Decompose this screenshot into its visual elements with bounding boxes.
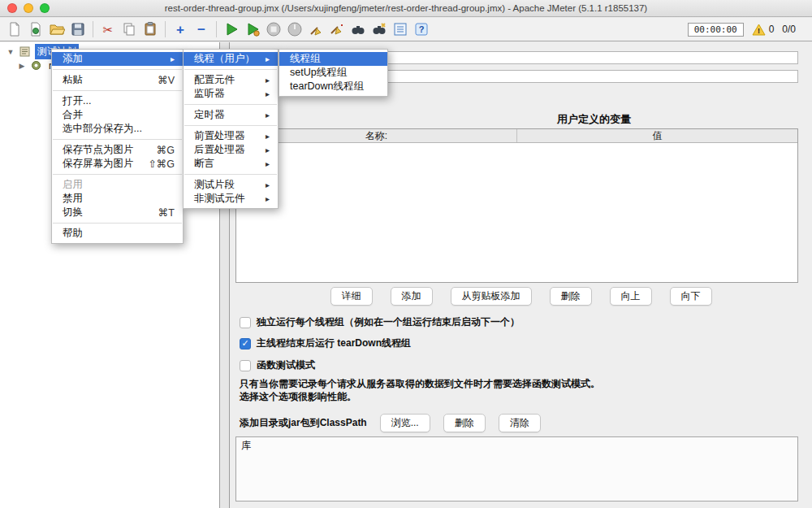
checkbox-label: 函数测试模式	[257, 358, 315, 372]
down-button[interactable]: 向下	[670, 287, 712, 306]
clear-all-icon[interactable]	[327, 20, 347, 39]
svg-text:!: !	[758, 27, 760, 35]
menu-separator	[53, 223, 182, 224]
menu-separator	[184, 174, 277, 175]
menu-item-enable: 启用	[52, 178, 183, 192]
menu-item-merge[interactable]: 合并	[52, 108, 183, 122]
menu-item-listener[interactable]: 监听器 ▸	[184, 87, 278, 101]
toolbar: ✂ + −	[0, 18, 812, 41]
collapsed-triangle-icon[interactable]: ▶	[18, 62, 26, 70]
menu-separator	[184, 125, 277, 126]
menu-separator	[53, 174, 182, 175]
error-count: 0	[769, 24, 775, 35]
menu-item-test-fragment[interactable]: 测试片段 ▸	[184, 178, 278, 192]
classpath-row: 添加目录或jar包到ClassPath 浏览... 删除 清除	[240, 414, 541, 432]
menu-item-save-selection-as[interactable]: 选中部分保存为...	[52, 122, 183, 136]
test-plan-icon	[19, 46, 31, 58]
menu-item-assertion[interactable]: 断言 ▸	[184, 157, 278, 171]
run-groups-consecutively-checkbox[interactable]	[240, 317, 251, 328]
help-icon[interactable]: ?	[412, 20, 431, 39]
shutdown-icon[interactable]	[285, 20, 304, 39]
test-plan-panel: 用户定义的变量 名称: 值 详细 添加 从剪贴板添加 删除 向上 向下 独立运行…	[230, 42, 812, 508]
menu-item-setup-thread-group[interactable]: setUp线程组	[279, 66, 387, 80]
menu-item-preprocessor[interactable]: 前置处理器 ▸	[184, 129, 278, 143]
save-icon[interactable]	[68, 20, 88, 39]
detail-button[interactable]: 详细	[330, 287, 373, 306]
variables-title: 用户定义的变量	[230, 112, 812, 127]
up-button[interactable]: 向上	[610, 287, 652, 306]
start-icon[interactable]	[222, 20, 241, 39]
menu-item-add[interactable]: 添加 ▸	[52, 52, 183, 66]
variables-table-header: 名称: 值	[236, 129, 797, 143]
expanded-triangle-icon[interactable]: ▼	[6, 48, 15, 56]
cut-icon[interactable]: ✂	[98, 20, 118, 39]
menu-item-thread-group[interactable]: 线程组	[279, 52, 387, 66]
menu-item-threads-users[interactable]: 线程（用户） ▸	[184, 52, 278, 66]
templates-icon[interactable]	[26, 20, 45, 39]
start-no-timers-icon[interactable]	[243, 20, 262, 39]
classpath-delete-button[interactable]: 删除	[443, 414, 486, 432]
classpath-label: 添加目录或jar包到ClassPath	[240, 416, 367, 430]
traffic-lights	[7, 3, 50, 13]
menu-item-help[interactable]: 帮助	[52, 227, 183, 241]
copy-icon[interactable]	[119, 20, 139, 39]
submenu-arrow-icon: ▸	[266, 54, 270, 63]
clear-icon[interactable]	[306, 20, 326, 39]
menu-item-save-screen-as-image[interactable]: 保存屏幕为图片 ⇧⌘G	[52, 157, 183, 171]
zoom-button[interactable]	[40, 3, 50, 13]
table-button-row: 详细 添加 从剪贴板添加 删除 向上 向下	[230, 287, 812, 306]
test-timer: 00:00:00	[688, 23, 744, 37]
warning-icon: !	[752, 24, 766, 36]
library-title: 库	[241, 439, 251, 453]
close-button[interactable]	[7, 3, 17, 13]
clear-button[interactable]: 清除	[499, 414, 541, 432]
function-helper-icon[interactable]	[391, 20, 410, 39]
functional-test-mode-checkbox[interactable]	[240, 360, 251, 371]
toolbar-status-cluster: 00:00:00 ! 0 0/0	[688, 23, 807, 37]
toggle-collapse-icon[interactable]: −	[192, 20, 211, 39]
delete-button[interactable]: 删除	[550, 287, 592, 306]
log-errors-indicator[interactable]: ! 0	[752, 24, 775, 36]
submenu-arrow-icon: ▸	[266, 111, 270, 119]
menu-separator	[53, 90, 182, 91]
threads-submenu: 线程组 setUp线程组 tearDown线程组	[279, 49, 388, 97]
menu-separator	[53, 139, 182, 140]
run-groups-consecutively-row: 独立运行每个线程组（例如在一个组运行结束后启动下一个）	[240, 315, 520, 329]
titlebar: rest-order-thread-group.jmx (/Users/xuji…	[0, 0, 812, 17]
browse-button[interactable]: 浏览...	[380, 414, 430, 432]
paste-icon[interactable]	[140, 20, 160, 39]
run-teardown-after-shutdown-checkbox[interactable]	[240, 338, 251, 350]
checkbox-label: 独立运行每个线程组（例如在一个组运行结束后启动下一个）	[257, 315, 520, 329]
window-title: rest-order-thread-group.jmx (/Users/xuji…	[165, 3, 647, 13]
menu-item-toggle[interactable]: 切换 ⌘T	[52, 206, 183, 219]
menu-item-open[interactable]: 打开...	[52, 94, 183, 108]
search-reset-icon[interactable]	[369, 20, 389, 39]
menu-separator	[53, 69, 182, 70]
toolbar-separator	[165, 21, 166, 37]
menu-item-timer[interactable]: 定时器 ▸	[184, 108, 278, 122]
submenu-arrow-icon: ▸	[266, 159, 270, 168]
menu-item-non-test-elements[interactable]: 非测试元件 ▸	[184, 192, 278, 206]
column-header-value: 值	[517, 129, 797, 142]
add-button[interactable]: 添加	[391, 287, 433, 306]
menu-item-config-element[interactable]: 配置元件 ▸	[184, 73, 278, 87]
new-file-icon[interactable]	[5, 20, 24, 39]
menu-item-teardown-thread-group[interactable]: tearDown线程组	[279, 80, 387, 93]
menu-item-save-node-as-image[interactable]: 保存节点为图片 ⌘G	[52, 143, 183, 157]
search-icon[interactable]	[348, 20, 368, 39]
stop-icon[interactable]	[264, 20, 283, 39]
menu-separator	[184, 104, 277, 105]
open-file-icon[interactable]	[47, 20, 67, 39]
menu-item-postprocessor[interactable]: 后置处理器 ▸	[184, 143, 278, 157]
submenu-arrow-icon: ▸	[266, 89, 270, 98]
classpath-library-list[interactable]: 库	[235, 436, 798, 501]
add-from-clipboard-button[interactable]: 从剪贴板添加	[451, 287, 532, 306]
toggle-expand-icon[interactable]: +	[171, 20, 190, 39]
toolbar-separator	[93, 21, 93, 37]
thread-counts: 0/0	[782, 24, 796, 35]
menu-item-disable[interactable]: 禁用	[52, 192, 183, 206]
variables-table-body[interactable]	[236, 143, 797, 282]
submenu-arrow-icon: ▸	[266, 132, 270, 141]
menu-item-paste[interactable]: 粘贴 ⌘V	[52, 73, 183, 87]
minimize-button[interactable]	[24, 3, 33, 13]
